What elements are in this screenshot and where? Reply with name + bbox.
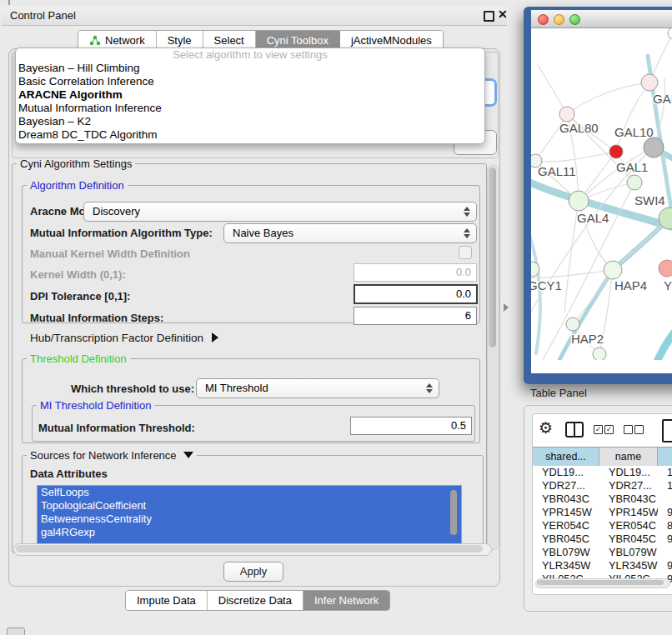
node-gal4[interactable] xyxy=(569,191,589,211)
hub-definition-toggle[interactable]: Hub/Transcription Factor Definition xyxy=(30,332,218,344)
node-top-partial[interactable] xyxy=(668,28,672,39)
kernel-width-field[interactable]: 0.0 xyxy=(354,263,477,282)
splitter-handle[interactable] xyxy=(504,303,509,312)
table-row[interactable]: YBR043CYBR043C xyxy=(533,492,672,506)
sources-group-title[interactable]: Sources for Network Inference xyxy=(27,450,197,461)
table-cell: 9. xyxy=(658,559,672,572)
attribute-list-item[interactable]: BetweennessCentrality xyxy=(38,512,461,526)
float-window-icon[interactable] xyxy=(484,11,494,22)
algorithm-popup-list: Bayesian – Hill ClimbingBasic Correlatio… xyxy=(16,62,484,142)
close-icon[interactable]: ✕ xyxy=(498,8,508,21)
network-edge[interactable] xyxy=(567,82,649,114)
node-gal80[interactable] xyxy=(559,107,574,122)
table-row[interactable]: YER054CYER054C8. xyxy=(533,519,672,532)
document-icon[interactable] xyxy=(662,419,672,442)
network-edge[interactable] xyxy=(538,65,567,114)
table-cell: 8. xyxy=(658,519,672,532)
attribute-list-item[interactable]: SelfLoops xyxy=(38,486,461,499)
table-column-header[interactable]: shared... xyxy=(533,448,599,466)
tab-select-label: Select xyxy=(214,34,244,47)
tab-infer-network[interactable]: Infer Network xyxy=(303,591,389,610)
list-scrollbar-thumb[interactable] xyxy=(450,490,457,535)
table-row[interactable]: YDR27...YDR27...12 xyxy=(533,479,672,492)
mi-threshold-field[interactable]: 0.5 xyxy=(350,417,472,435)
algorithm-dropdown-popup: Select algorithm to view settings Bayesi… xyxy=(15,48,485,144)
algorithm-option[interactable]: Bayesian – K2 xyxy=(16,115,484,128)
table-column-header[interactable] xyxy=(658,448,672,466)
which-threshold-combo[interactable]: MI Threshold xyxy=(196,378,439,398)
attribute-list-item[interactable]: TopologicalCoefficient xyxy=(38,499,461,512)
algorithm-option[interactable]: Basic Correlation Inference xyxy=(16,75,484,88)
minimize-traffic-light[interactable] xyxy=(554,14,564,25)
network-edge[interactable] xyxy=(616,82,649,152)
unchecked-box-icon[interactable] xyxy=(624,425,633,434)
node-hap4-label: HAP4 xyxy=(614,278,647,292)
node-gal7[interactable] xyxy=(641,74,658,91)
settings-horizontal-scrollbar[interactable] xyxy=(13,543,492,556)
node-gal4-label: GAL4 xyxy=(577,211,609,225)
network-canvas[interactable]: GAL7GAL80GAL11GAL10GAL1SWI4GAL4GCY1HAP4Y… xyxy=(531,28,672,360)
algorithm-option[interactable]: Mutual Information Inference xyxy=(16,102,484,115)
node-pink[interactable] xyxy=(659,260,672,277)
table-row[interactable]: YBR045CYBR045C9. xyxy=(533,532,672,546)
zoom-traffic-light[interactable] xyxy=(569,14,580,25)
algorithm-option[interactable]: ARACNE Algorithm xyxy=(16,88,484,102)
network-window-titlebar[interactable] xyxy=(531,10,672,28)
stepper-icon xyxy=(425,382,433,394)
collapse-right-icon xyxy=(212,332,218,342)
node-hap4[interactable] xyxy=(604,261,622,279)
algorithm-definition-title: Algorithm Definition xyxy=(27,180,128,191)
apply-button[interactable]: Apply xyxy=(223,562,283,582)
table-row[interactable]: YLR345WYLR345W9. xyxy=(533,559,672,572)
node-gray[interactable] xyxy=(644,138,664,158)
table-cell: 12 xyxy=(658,479,672,492)
data-attributes-list[interactable]: SelfLoopsTopologicalCoefficientBetweenne… xyxy=(37,485,462,545)
manual-kernel-checkbox[interactable] xyxy=(459,246,472,259)
table-panel-title: Table Panel xyxy=(530,387,587,399)
node-bottom[interactable] xyxy=(593,348,606,360)
node-hap2[interactable] xyxy=(566,318,579,331)
hub-definition-label: Hub/Transcription Factor Definition xyxy=(30,332,203,344)
network-edge[interactable] xyxy=(656,320,672,360)
aracne-mode-combo[interactable]: Discovery xyxy=(83,202,477,222)
tab-impute-data[interactable]: Impute Data xyxy=(126,591,208,610)
table-cell: YBR045C xyxy=(533,532,599,546)
which-threshold-label: Which threshold to use: xyxy=(71,382,194,395)
close-traffic-light[interactable] xyxy=(538,14,549,25)
settings-vertical-scrollbar[interactable] xyxy=(487,165,499,550)
mi-steps-field[interactable]: 6 xyxy=(354,307,477,325)
algorithm-option[interactable]: Bayesian – Hill Climbing xyxy=(16,62,484,75)
mi-type-combo[interactable]: Naive Bayes xyxy=(223,223,477,243)
which-threshold-value: MI Threshold xyxy=(205,382,268,394)
attribute-list-item[interactable]: gal4RGexp xyxy=(38,526,461,539)
gear-icon[interactable]: ⚙ xyxy=(539,418,553,437)
node-gal10[interactable] xyxy=(609,145,623,158)
mi-threshold-definition-title: MI Threshold Definition xyxy=(37,400,154,411)
scrollbar-thumb[interactable] xyxy=(537,580,664,585)
checked-box-icon[interactable]: ✓ xyxy=(594,425,603,434)
node-gal1-label: GAL1 xyxy=(616,160,648,174)
scrollbar-thumb[interactable] xyxy=(16,545,483,552)
network-icon xyxy=(89,35,101,46)
checked-box-icon[interactable]: ✓ xyxy=(604,425,614,434)
table-cell xyxy=(658,492,672,506)
table-cell: YPR145W xyxy=(533,506,599,519)
table-horizontal-scrollbar[interactable] xyxy=(535,578,670,588)
columns-icon[interactable] xyxy=(565,422,584,438)
table-cell: YBR045C xyxy=(599,532,658,546)
node-gal1[interactable] xyxy=(627,175,642,190)
table-row[interactable]: YDL19...YDL19...13 xyxy=(533,466,672,479)
table-cell: YDR27... xyxy=(599,479,658,492)
table-column-header[interactable]: name xyxy=(599,448,658,466)
table-row[interactable]: YBL079WYBL079W xyxy=(533,546,672,559)
algorithm-option[interactable]: Dream8 DC_TDC Algorithm xyxy=(16,128,484,142)
dpi-tolerance-field[interactable]: 0.0 xyxy=(354,284,478,304)
network-edge[interactable] xyxy=(531,270,613,278)
unchecked-box-icon[interactable] xyxy=(634,425,644,434)
minimized-panel-icon[interactable] xyxy=(7,628,25,635)
node-gcy1-label: GCY1 xyxy=(531,278,562,292)
tab-discretize-data[interactable]: Discretize Data xyxy=(208,591,303,610)
scrollbar-thumb[interactable] xyxy=(489,168,496,348)
table-row[interactable]: YPR145WYPR145W9. xyxy=(533,506,672,519)
node-gal11-label: GAL11 xyxy=(538,164,576,178)
